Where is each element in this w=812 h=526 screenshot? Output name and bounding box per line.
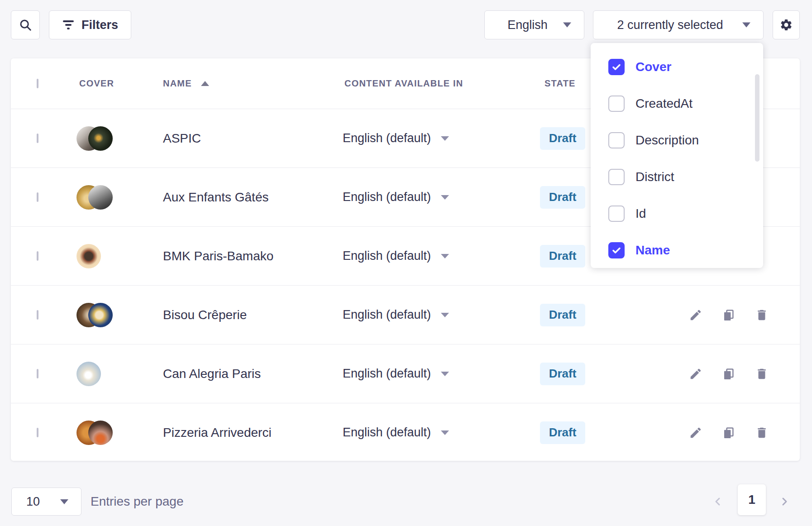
edit-icon[interactable] — [689, 367, 702, 381]
column-header-name-sort[interactable]: NAME — [163, 78, 343, 89]
status-badge: Draft — [540, 421, 585, 444]
status-badge: Draft — [540, 245, 585, 268]
status-badge: Draft — [540, 127, 585, 150]
search-icon — [19, 18, 32, 32]
entry-name: BMK Paris-Bamako — [163, 249, 343, 263]
status-badge: Draft — [540, 363, 585, 385]
duplicate-icon[interactable] — [722, 308, 736, 322]
cover-thumbnails — [76, 244, 163, 268]
edit-icon[interactable] — [689, 426, 702, 440]
locale-select[interactable]: English — [484, 10, 584, 39]
entry-name: Pizzeria Arrivederci — [163, 426, 343, 440]
cover-thumbnails — [76, 421, 163, 445]
entry-locale: English (default) — [343, 426, 431, 440]
cover-thumbnails — [76, 303, 163, 327]
page-size-select[interactable]: 10 — [11, 488, 81, 516]
delete-icon[interactable] — [755, 367, 769, 381]
checkbox-checked-icon[interactable] — [608, 59, 625, 75]
entry-locale: English (default) — [343, 367, 431, 381]
filter-icon — [62, 19, 75, 30]
entry-name: Bisou Crêperie — [163, 308, 343, 322]
row-checkbox[interactable] — [37, 369, 38, 378]
status-badge: Draft — [540, 304, 585, 326]
locale-expand-icon[interactable] — [441, 430, 449, 435]
table-row[interactable]: Bisou Crêperie English (default) Draft — [11, 285, 800, 344]
entry-locale: English (default) — [343, 190, 431, 204]
column-option-label: CreatedAt — [635, 96, 693, 111]
entries-per-page-label: Entries per page — [91, 488, 183, 516]
row-checkbox[interactable] — [37, 251, 38, 261]
locale-expand-icon[interactable] — [441, 136, 449, 141]
column-option-description[interactable]: Description — [591, 122, 763, 158]
column-option-cover[interactable]: Cover — [591, 48, 763, 85]
locale-select-value: English — [507, 18, 548, 32]
chevron-right-icon — [779, 496, 790, 507]
chevron-down-icon — [563, 23, 571, 28]
gear-icon — [779, 18, 793, 32]
row-checkbox[interactable] — [37, 310, 38, 320]
sort-ascending-icon — [201, 81, 209, 86]
column-option-label: Cover — [635, 60, 671, 74]
column-option-name[interactable]: Name — [591, 232, 763, 268]
page-size-value: 10 — [26, 495, 40, 509]
checkbox-checked-icon[interactable] — [608, 242, 625, 258]
entry-locale: English (default) — [343, 308, 431, 322]
filters-button[interactable]: Filters — [49, 10, 131, 39]
cover-thumbnails — [76, 362, 163, 386]
cover-image — [76, 362, 101, 386]
chevron-down-icon — [742, 23, 750, 28]
pagination-previous-button[interactable] — [707, 490, 729, 513]
column-option-district[interactable]: District — [591, 158, 763, 195]
column-header-state: STATE — [545, 78, 576, 89]
column-option-label: Description — [635, 133, 699, 148]
pagination-page-1[interactable]: 1 — [738, 484, 766, 515]
settings-button[interactable] — [773, 10, 800, 39]
cover-thumbnails — [76, 126, 163, 151]
status-badge: Draft — [540, 186, 585, 209]
search-button[interactable] — [11, 10, 40, 39]
checkbox-unchecked[interactable] — [608, 96, 625, 112]
column-option-id[interactable]: Id — [591, 195, 763, 232]
entry-locale: English (default) — [343, 131, 431, 145]
row-checkbox[interactable] — [37, 134, 38, 143]
columns-select[interactable]: 2 currently selected — [593, 10, 764, 39]
filters-button-label: Filters — [81, 18, 118, 32]
row-checkbox[interactable] — [37, 428, 38, 437]
cover-image — [76, 244, 101, 268]
locale-expand-icon[interactable] — [441, 313, 449, 317]
cover-image — [88, 126, 113, 151]
duplicate-icon[interactable] — [722, 426, 736, 440]
row-checkbox[interactable] — [37, 192, 38, 202]
edit-icon[interactable] — [689, 308, 702, 322]
dropdown-scrollbar[interactable] — [755, 74, 759, 162]
entry-name: Aux Enfants Gâtés — [163, 190, 343, 205]
chevron-down-icon — [60, 499, 68, 504]
column-option-label: Id — [635, 206, 646, 221]
column-option-label: District — [635, 170, 674, 184]
locale-expand-icon[interactable] — [441, 254, 449, 258]
table-row[interactable]: Can Alegria Paris English (default) Draf… — [11, 344, 800, 403]
checkbox-unchecked[interactable] — [608, 169, 625, 185]
chevron-left-icon — [712, 496, 723, 507]
select-all-checkbox[interactable] — [37, 79, 38, 88]
checkbox-unchecked[interactable] — [608, 132, 625, 148]
cover-image — [88, 421, 113, 445]
delete-icon[interactable] — [755, 308, 769, 322]
locale-expand-icon[interactable] — [441, 372, 449, 376]
cover-image — [88, 185, 113, 210]
checkbox-unchecked[interactable] — [608, 206, 625, 222]
locale-expand-icon[interactable] — [441, 195, 449, 200]
column-picker-dropdown: Cover CreatedAt Description District Id … — [591, 43, 763, 268]
delete-icon[interactable] — [755, 426, 769, 440]
cover-image — [88, 303, 113, 327]
entry-name: Can Alegria Paris — [163, 367, 343, 381]
column-option-label: Name — [635, 243, 670, 258]
column-option-createdat[interactable]: CreatedAt — [591, 85, 763, 122]
table-row[interactable]: Pizzeria Arrivederci English (default) D… — [11, 403, 800, 462]
entry-name: ASPIC — [163, 131, 343, 146]
column-header-content: CONTENT AVAILABLE IN — [344, 78, 463, 89]
duplicate-icon[interactable] — [722, 367, 736, 381]
cover-thumbnails — [76, 185, 163, 210]
columns-select-value: 2 currently selected — [617, 18, 723, 32]
pagination-next-button[interactable] — [773, 490, 796, 513]
